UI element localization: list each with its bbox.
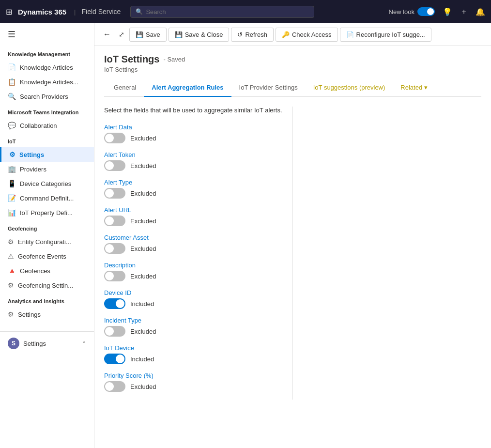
sidebar-item-analytics-settings[interactable]: ⚙ Settings [0,307,94,322]
toggle-alert-type[interactable] [104,188,125,199]
save-close-label: Save & Close [185,31,223,38]
sidebar-section-teams: Microsoft Teams Integration [0,104,94,118]
save-button[interactable]: 💾 Save [129,28,167,42]
check-access-label: Check Access [292,31,332,38]
sidebar-item-search-providers[interactable]: 🔍 Search Providers [0,89,94,104]
back-button[interactable]: ← [100,27,114,42]
reconfigure-label: Reconfigure IoT sugge... [356,31,425,38]
sidebar-item-geofences[interactable]: 🔺 Geofences [0,263,94,278]
knowledge-articles-2-icon: 📋 [8,78,16,86]
sidebar-label-analytics-settings: Settings [18,311,41,318]
toggle-label-device-id: Included [130,300,154,308]
expand-button[interactable]: ⤢ [116,28,127,41]
field-device-id: Device ID Included [104,289,283,309]
sidebar: ☰ Knowledge Management 📄 Knowledge Artic… [0,23,94,448]
command-definitions-icon: 📝 [8,194,16,202]
toggle-row-alert-type: Excluded [104,188,283,199]
field-alert-token: Alert Token Excluded [104,151,283,171]
sidebar-label-geofences: Geofences [20,267,50,275]
add-icon[interactable]: ＋ [460,7,468,17]
new-look-switch[interactable] [417,7,435,16]
sidebar-section-knowledge-management: Knowledge Management [0,46,94,60]
tab-general[interactable]: General [106,79,144,97]
toggle-label-alert-data: Excluded [130,135,156,142]
save-close-button[interactable]: 💾 Save & Close [169,28,230,42]
toggle-label-priority-score: Excluded [130,383,156,390]
top-nav: ⊞ Dynamics 365 | Field Service 🔍 New loo… [0,0,491,23]
sidebar-item-command-definitions[interactable]: 📝 Command Definit... [0,191,94,205]
toggle-row-incident-type: Excluded [104,326,283,337]
tab-iot-provider-settings[interactable]: IoT Provider Settings [231,79,306,97]
app-name: Field Service [81,8,121,15]
hamburger-icon: ☰ [8,30,15,39]
toggle-description[interactable] [104,271,125,281]
toggle-customer-asset[interactable] [104,243,125,254]
sidebar-item-knowledge-articles[interactable]: 📄 Knowledge Articles [0,60,94,75]
toggle-alert-data[interactable] [104,133,125,143]
saved-badge: - Saved [163,56,185,63]
field-alert-data: Alert Data Excluded [104,124,283,143]
collaboration-icon: 💬 [8,122,16,129]
toggle-row-iot-device: Included [104,354,283,364]
toggle-alert-token[interactable] [104,160,125,171]
field-label-priority-score: Priority Score (%) [104,372,283,379]
search-input[interactable] [146,8,309,15]
save-label: Save [146,31,160,38]
toggle-row-device-id: Included [104,298,283,309]
sidebar-item-iot-property-def[interactable]: 📊 IoT Property Defi... [0,205,94,220]
toggle-label-alert-token: Excluded [130,162,156,170]
sidebar-item-iot-settings[interactable]: ⚙ Settings [0,147,94,162]
sidebar-section-iot: IoT [0,133,94,147]
search-box[interactable]: 🔍 [130,6,314,18]
sidebar-item-providers[interactable]: 🏢 Providers [0,162,94,176]
field-incident-type: Incident Type Excluded [104,317,283,337]
toolbar: ← ⤢ 💾 Save 💾 Save & Close ↺ Refresh 🔑 Ch… [94,23,491,46]
field-label-incident-type: Incident Type [104,317,283,324]
sidebar-item-entity-configuration[interactable]: ⚙ Entity Configurati... [0,234,94,249]
toggle-device-id[interactable] [104,298,125,309]
refresh-icon: ↺ [237,31,243,38]
sidebar-label-iot-property-def: IoT Property Defi... [20,209,73,216]
nav-icons: 💡 ＋ 🔔 [443,7,485,17]
refresh-button[interactable]: ↺ Refresh [231,28,274,42]
field-label-description: Description [104,262,283,269]
sidebar-menu-toggle[interactable]: ☰ [0,23,94,46]
entity-configuration-icon: ⚙ [8,238,14,246]
iot-settings-icon: ⚙ [9,151,15,158]
field-label-alert-token: Alert Token [104,151,283,158]
tab-iot-suggestions[interactable]: IoT suggestions (preview) [306,79,393,97]
new-look-toggle[interactable]: New look [389,7,435,16]
bottom-settings-chevron: ⌃ [82,340,86,347]
tab-related[interactable]: Related ▾ [393,79,435,97]
toggle-row-customer-asset: Excluded [104,243,283,254]
notification-icon[interactable]: 🔔 [476,7,485,16]
toggle-incident-type[interactable] [104,326,125,337]
tab-alert-aggregation-rules[interactable]: Alert Aggregation Rules [144,79,231,97]
check-access-button[interactable]: 🔑 Check Access [276,28,338,42]
sidebar-section-analytics: Analytics and Insights [0,293,94,307]
sidebar-item-geofence-events[interactable]: ⚠ Geofence Events [0,249,94,263]
sidebar-item-collaboration[interactable]: 💬 Collaboration [0,118,94,133]
form-description: Select the fields that will be used to a… [104,107,283,114]
brand-name: Dynamics 365 [18,8,66,16]
sidebar-label-providers: Providers [20,166,46,173]
save-icon: 💾 [136,31,143,38]
waffle-icon[interactable]: ⊞ [6,7,12,16]
toggle-iot-device[interactable] [104,354,125,364]
sidebar-item-device-categories[interactable]: 📱 Device Categories [0,176,94,191]
toggle-label-customer-asset: Excluded [130,245,156,252]
sidebar-label-search-providers: Search Providers [20,93,68,100]
sidebar-item-knowledge-articles-2[interactable]: 📋 Knowledge Articles... [0,75,94,89]
sidebar-item-geofencing-settings[interactable]: ⚙ Geofencing Settin... [0,278,94,293]
content-area: ← ⤢ 💾 Save 💾 Save & Close ↺ Refresh 🔑 Ch… [94,23,491,448]
nav-separator: | [74,8,76,15]
check-access-icon: 🔑 [282,31,290,38]
sidebar-section-geofencing: Geofencing [0,220,94,234]
toggle-priority-score[interactable] [104,381,125,392]
sidebar-bottom-settings[interactable]: S Settings ⌃ [0,331,94,353]
toggle-alert-url[interactable] [104,216,125,226]
field-alert-url: Alert URL Excluded [104,206,283,226]
reconfigure-button[interactable]: 📄 Reconfigure IoT sugge... [340,28,431,42]
help-icon[interactable]: 💡 [443,7,452,16]
geofence-events-icon: ⚠ [8,252,14,260]
